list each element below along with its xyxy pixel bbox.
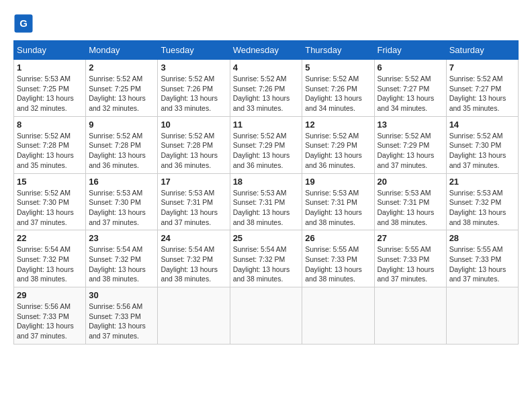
calendar-cell: 6Sunrise: 5:52 AM Sunset: 7:27 PM Daylig…	[374, 60, 446, 117]
day-number: 11	[233, 120, 300, 130]
day-number: 20	[378, 177, 443, 187]
day-number: 10	[161, 120, 226, 130]
calendar-cell: 3Sunrise: 5:52 AM Sunset: 7:26 PM Daylig…	[158, 60, 230, 117]
calendar-cell: 9Sunrise: 5:52 AM Sunset: 7:28 PM Daylig…	[86, 116, 158, 173]
day-number: 8	[17, 120, 83, 130]
day-info: Sunrise: 5:55 AM Sunset: 7:33 PM Dayligh…	[449, 244, 515, 284]
calendar-cell: 2Sunrise: 5:52 AM Sunset: 7:25 PM Daylig…	[86, 60, 158, 117]
day-number: 25	[233, 233, 300, 243]
day-number: 28	[449, 233, 515, 243]
calendar-cell: 29Sunrise: 5:56 AM Sunset: 7:33 PM Dayli…	[14, 287, 86, 345]
day-info: Sunrise: 5:52 AM Sunset: 7:27 PM Dayligh…	[449, 74, 515, 113]
svg-text:G: G	[19, 17, 28, 29]
calendar-cell: 10Sunrise: 5:52 AM Sunset: 7:28 PM Dayli…	[158, 116, 230, 173]
day-number: 5	[305, 62, 371, 73]
day-number: 24	[161, 233, 226, 243]
calendar-header-row: SundayMondayTuesdayWednesdayThursdayFrid…	[14, 41, 519, 60]
header: G	[13, 13, 519, 34]
day-info: Sunrise: 5:53 AM Sunset: 7:31 PM Dayligh…	[161, 188, 226, 228]
calendar-cell	[158, 287, 230, 345]
calendar-week-row: 29Sunrise: 5:56 AM Sunset: 7:33 PM Dayli…	[14, 287, 519, 345]
day-number: 1	[17, 62, 83, 73]
calendar-week-row: 8Sunrise: 5:52 AM Sunset: 7:28 PM Daylig…	[14, 116, 519, 173]
day-number: 26	[305, 233, 371, 243]
day-number: 3	[161, 62, 226, 73]
day-info: Sunrise: 5:53 AM Sunset: 7:30 PM Dayligh…	[89, 188, 154, 228]
calendar-cell: 17Sunrise: 5:53 AM Sunset: 7:31 PM Dayli…	[158, 173, 230, 230]
day-number: 7	[449, 62, 515, 73]
day-number: 9	[89, 120, 154, 130]
calendar-cell: 5Sunrise: 5:52 AM Sunset: 7:26 PM Daylig…	[302, 60, 374, 117]
calendar-cell: 13Sunrise: 5:52 AM Sunset: 7:29 PM Dayli…	[374, 116, 446, 173]
calendar-cell: 7Sunrise: 5:52 AM Sunset: 7:27 PM Daylig…	[446, 60, 518, 117]
day-number: 19	[305, 177, 371, 187]
calendar-cell: 14Sunrise: 5:52 AM Sunset: 7:30 PM Dayli…	[446, 116, 518, 173]
calendar-cell: 4Sunrise: 5:52 AM Sunset: 7:26 PM Daylig…	[230, 60, 302, 117]
day-info: Sunrise: 5:52 AM Sunset: 7:29 PM Dayligh…	[378, 131, 443, 171]
day-header-monday: Monday	[86, 41, 158, 60]
day-info: Sunrise: 5:52 AM Sunset: 7:30 PM Dayligh…	[17, 188, 83, 228]
day-info: Sunrise: 5:54 AM Sunset: 7:32 PM Dayligh…	[161, 244, 226, 284]
calendar-cell: 11Sunrise: 5:52 AM Sunset: 7:29 PM Dayli…	[230, 116, 302, 173]
day-number: 17	[161, 177, 226, 187]
day-number: 21	[449, 177, 515, 187]
day-info: Sunrise: 5:53 AM Sunset: 7:32 PM Dayligh…	[449, 188, 515, 228]
day-info: Sunrise: 5:54 AM Sunset: 7:32 PM Dayligh…	[233, 244, 300, 284]
day-info: Sunrise: 5:52 AM Sunset: 7:26 PM Dayligh…	[233, 74, 300, 113]
day-info: Sunrise: 5:52 AM Sunset: 7:28 PM Dayligh…	[89, 131, 154, 171]
day-info: Sunrise: 5:52 AM Sunset: 7:26 PM Dayligh…	[161, 74, 226, 113]
day-info: Sunrise: 5:52 AM Sunset: 7:29 PM Dayligh…	[233, 131, 300, 171]
day-number: 14	[449, 120, 515, 130]
day-number: 6	[378, 62, 443, 73]
day-header-sunday: Sunday	[14, 41, 86, 60]
day-info: Sunrise: 5:54 AM Sunset: 7:32 PM Dayligh…	[17, 244, 83, 284]
logo-icon: G	[13, 13, 34, 34]
calendar-cell: 26Sunrise: 5:55 AM Sunset: 7:33 PM Dayli…	[302, 230, 374, 287]
day-info: Sunrise: 5:52 AM Sunset: 7:27 PM Dayligh…	[378, 74, 443, 113]
day-header-friday: Friday	[374, 41, 446, 60]
day-info: Sunrise: 5:52 AM Sunset: 7:28 PM Dayligh…	[17, 131, 83, 171]
day-info: Sunrise: 5:55 AM Sunset: 7:33 PM Dayligh…	[305, 244, 371, 284]
calendar-cell: 15Sunrise: 5:52 AM Sunset: 7:30 PM Dayli…	[14, 173, 86, 230]
calendar-cell: 18Sunrise: 5:53 AM Sunset: 7:31 PM Dayli…	[230, 173, 302, 230]
calendar-table: SundayMondayTuesdayWednesdayThursdayFrid…	[13, 40, 519, 345]
day-info: Sunrise: 5:52 AM Sunset: 7:26 PM Dayligh…	[305, 74, 371, 113]
calendar-cell: 1Sunrise: 5:53 AM Sunset: 7:25 PM Daylig…	[14, 60, 86, 117]
day-info: Sunrise: 5:52 AM Sunset: 7:25 PM Dayligh…	[89, 74, 154, 113]
calendar-cell: 21Sunrise: 5:53 AM Sunset: 7:32 PM Dayli…	[446, 173, 518, 230]
day-info: Sunrise: 5:56 AM Sunset: 7:33 PM Dayligh…	[89, 302, 154, 341]
day-number: 29	[17, 290, 83, 300]
day-header-thursday: Thursday	[302, 41, 374, 60]
calendar-cell: 30Sunrise: 5:56 AM Sunset: 7:33 PM Dayli…	[86, 287, 158, 345]
day-info: Sunrise: 5:54 AM Sunset: 7:32 PM Dayligh…	[89, 244, 154, 284]
day-number: 22	[17, 233, 83, 243]
day-number: 13	[378, 120, 443, 130]
calendar-week-row: 15Sunrise: 5:52 AM Sunset: 7:30 PM Dayli…	[14, 173, 519, 230]
calendar-cell	[230, 287, 302, 345]
logo: G	[13, 13, 36, 34]
day-number: 18	[233, 177, 300, 187]
day-info: Sunrise: 5:53 AM Sunset: 7:25 PM Dayligh…	[17, 74, 83, 113]
day-number: 2	[89, 62, 154, 73]
calendar-cell: 23Sunrise: 5:54 AM Sunset: 7:32 PM Dayli…	[86, 230, 158, 287]
calendar-cell	[374, 287, 446, 345]
day-info: Sunrise: 5:56 AM Sunset: 7:33 PM Dayligh…	[17, 302, 83, 341]
calendar-cell: 8Sunrise: 5:52 AM Sunset: 7:28 PM Daylig…	[14, 116, 86, 173]
calendar-cell	[446, 287, 518, 345]
calendar-cell	[302, 287, 374, 345]
day-number: 23	[89, 233, 154, 243]
calendar-week-row: 22Sunrise: 5:54 AM Sunset: 7:32 PM Dayli…	[14, 230, 519, 287]
day-number: 15	[17, 177, 83, 187]
calendar-cell: 19Sunrise: 5:53 AM Sunset: 7:31 PM Dayli…	[302, 173, 374, 230]
day-info: Sunrise: 5:53 AM Sunset: 7:31 PM Dayligh…	[233, 188, 300, 228]
calendar-cell: 16Sunrise: 5:53 AM Sunset: 7:30 PM Dayli…	[86, 173, 158, 230]
calendar-cell: 22Sunrise: 5:54 AM Sunset: 7:32 PM Dayli…	[14, 230, 86, 287]
day-number: 27	[378, 233, 443, 243]
calendar-cell: 12Sunrise: 5:52 AM Sunset: 7:29 PM Dayli…	[302, 116, 374, 173]
day-header-saturday: Saturday	[446, 41, 518, 60]
day-number: 30	[89, 290, 154, 300]
calendar-cell: 20Sunrise: 5:53 AM Sunset: 7:31 PM Dayli…	[374, 173, 446, 230]
day-info: Sunrise: 5:52 AM Sunset: 7:28 PM Dayligh…	[161, 131, 226, 171]
calendar-cell: 28Sunrise: 5:55 AM Sunset: 7:33 PM Dayli…	[446, 230, 518, 287]
calendar-cell: 27Sunrise: 5:55 AM Sunset: 7:33 PM Dayli…	[374, 230, 446, 287]
